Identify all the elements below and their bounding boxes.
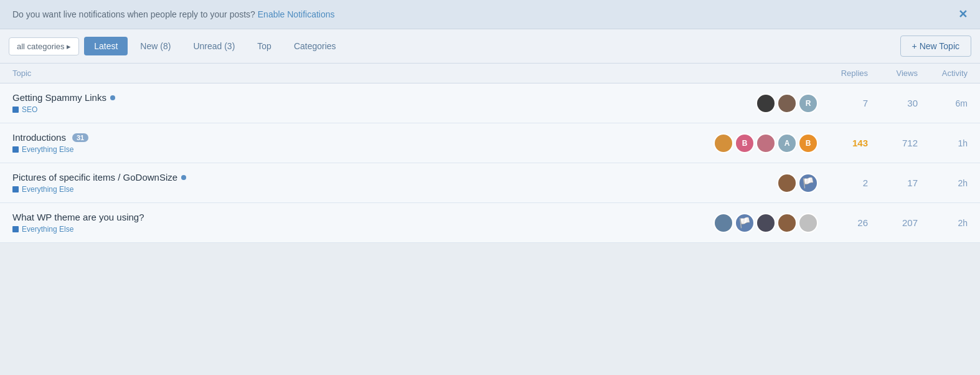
- avatar: [777, 173, 797, 193]
- topic-badge: 31: [72, 133, 88, 142]
- topic-title[interactable]: What WP theme are you using?: [12, 212, 706, 222]
- nav-tabs: LatestNew (8)Unread (3)TopCategories: [84, 37, 346, 55]
- category-color-square: [12, 146, 19, 153]
- views-count: 17: [868, 178, 918, 188]
- tab-top[interactable]: Top: [247, 37, 281, 55]
- tab-latest[interactable]: Latest: [84, 37, 128, 55]
- topic-info: What WP theme are you using?Everything E…: [12, 212, 706, 234]
- replies-count: 26: [818, 217, 868, 228]
- activity-time: 6m: [918, 98, 968, 108]
- views-count: 207: [868, 217, 918, 228]
- avatar: [756, 213, 776, 233]
- activity-time: 2h: [918, 218, 968, 228]
- topic-title[interactable]: Pictures of specific items / GoDownSize: [12, 172, 706, 183]
- topic-info: Getting Spammy LinksSEO: [12, 92, 706, 114]
- category-color-square: [12, 226, 19, 232]
- topic-category: SEO: [12, 105, 706, 114]
- col-header-replies: Replies: [818, 69, 868, 78]
- col-header-views: Views: [868, 69, 918, 78]
- table-row[interactable]: Getting Spammy LinksSEOR7306m: [0, 83, 980, 123]
- notification-close-button[interactable]: ✕: [958, 7, 968, 21]
- avatar: [777, 213, 797, 233]
- replies-count: 7: [818, 98, 868, 108]
- toolbar: all categories ▸ LatestNew (8)Unread (3)…: [0, 29, 980, 64]
- notification-bar: Do you want live notifications when peop…: [0, 0, 980, 29]
- table-row[interactable]: What WP theme are you using?Everything E…: [0, 203, 980, 243]
- topic-category: Everything Else: [12, 185, 706, 194]
- topic-list: Getting Spammy LinksSEOR7306mIntroductio…: [0, 83, 980, 243]
- topic-info: Introductions31Everything Else: [12, 132, 706, 154]
- activity-time: 2h: [918, 178, 968, 188]
- enable-notifications-link[interactable]: Enable Notifications: [258, 9, 335, 19]
- categories-label: all categories ▸: [17, 42, 71, 51]
- col-header-activity: Activity: [918, 69, 968, 78]
- avatar: [714, 133, 733, 153]
- replies-count: 143: [818, 138, 868, 148]
- tab-new[interactable]: New (8): [130, 37, 181, 55]
- avatar: 🏳️: [735, 213, 755, 233]
- new-topic-label: + New Topic: [912, 41, 959, 51]
- avatar: B: [798, 133, 818, 153]
- avatar: R: [798, 93, 818, 113]
- tab-categories[interactable]: Categories: [284, 37, 346, 55]
- new-topic-button[interactable]: + New Topic: [900, 36, 971, 57]
- topic-category: Everything Else: [12, 145, 706, 154]
- table-header: Topic Replies Views Activity: [0, 64, 980, 83]
- avatar-group: R: [706, 93, 818, 113]
- category-color-square: [12, 107, 19, 113]
- views-count: 712: [868, 138, 918, 148]
- views-count: 30: [868, 98, 918, 108]
- avatar-group: 🏳️: [706, 173, 818, 193]
- activity-time: 1h: [918, 138, 968, 148]
- categories-dropdown[interactable]: all categories ▸: [9, 37, 79, 55]
- avatar: [714, 213, 733, 233]
- avatar: [756, 133, 776, 153]
- topic-title[interactable]: Getting Spammy Links: [12, 92, 706, 103]
- col-header-topic: Topic: [12, 69, 706, 78]
- unread-dot: [110, 95, 115, 100]
- notification-message: Do you want live notifications when peop…: [12, 9, 335, 19]
- topic-info: Pictures of specific items / GoDownSizeE…: [12, 172, 706, 194]
- tab-unread[interactable]: Unread (3): [183, 37, 245, 55]
- avatar: 🏳️: [798, 173, 818, 193]
- table-row[interactable]: Pictures of specific items / GoDownSizeE…: [0, 163, 980, 203]
- avatar: B: [735, 133, 755, 153]
- category-color-square: [12, 186, 19, 192]
- topic-category: Everything Else: [12, 225, 706, 234]
- avatar: [777, 93, 797, 113]
- unread-dot: [181, 175, 186, 180]
- avatar: A: [777, 133, 797, 153]
- table-row[interactable]: Introductions31Everything ElseBAB1437121…: [0, 123, 980, 163]
- avatar-group: 🏳️: [706, 213, 818, 233]
- avatar-group: BAB: [706, 133, 818, 153]
- replies-count: 2: [818, 178, 868, 188]
- avatar: [756, 93, 776, 113]
- avatar: [798, 213, 818, 233]
- topic-title[interactable]: Introductions31: [12, 132, 706, 143]
